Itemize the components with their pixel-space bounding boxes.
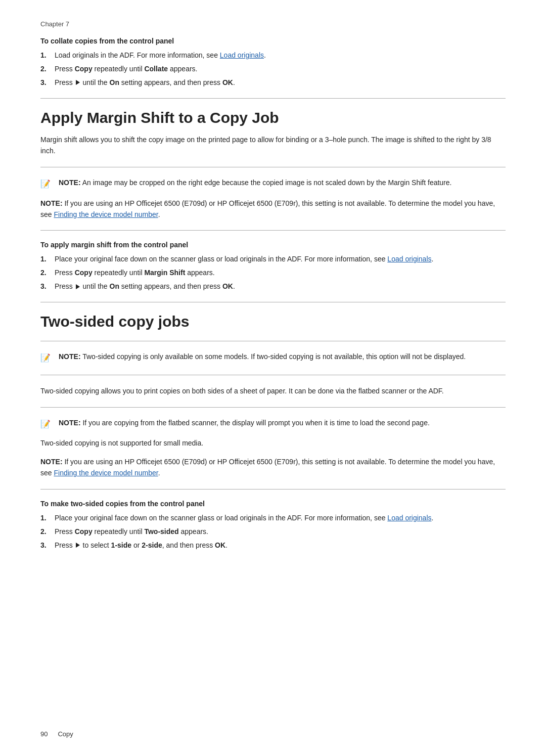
chapter-label: Chapter 7 bbox=[40, 20, 506, 28]
page-footer: 90 Copy bbox=[40, 730, 506, 738]
step-text: Press Copy repeatedly until Collate appe… bbox=[55, 64, 197, 74]
note-icon-3: 📝 bbox=[40, 418, 59, 431]
margin-shift-subheading: To apply margin shift from the control p… bbox=[40, 241, 506, 249]
two-sided-note-2: 📝 NOTE: If you are copying from the flat… bbox=[40, 418, 506, 431]
margin-shift-note-1: 📝 NOTE: An image may be cropped on the r… bbox=[40, 177, 506, 191]
step-num: 3. bbox=[40, 540, 55, 551]
margin-step-3: 3. Press until the On setting appears, a… bbox=[40, 281, 506, 292]
step-num: 1. bbox=[40, 254, 55, 264]
step-num: 2. bbox=[40, 268, 55, 278]
step-text: Press to select 1-side or 2-side, and th… bbox=[55, 540, 228, 551]
note-text-1: NOTE: An image may be cropped on the rig… bbox=[59, 177, 451, 189]
footer-page-number: 90 bbox=[40, 730, 48, 738]
divider-1 bbox=[40, 98, 506, 99]
page-content: Chapter 7 To collate copies from the con… bbox=[0, 0, 546, 587]
footer-chapter-name: Copy bbox=[58, 730, 73, 738]
step-text: Load originals in the ADF. For more info… bbox=[55, 50, 266, 61]
step-num: 2. bbox=[40, 526, 55, 537]
divider-6 bbox=[40, 375, 506, 375]
step-num: 1. bbox=[40, 50, 55, 61]
two-sided-subheading: To make two-sided copies from the contro… bbox=[40, 500, 506, 508]
small-media-note: Two-sided copying is not supported for s… bbox=[40, 437, 506, 449]
collate-steps: 1. Load originals in the ADF. For more i… bbox=[40, 50, 506, 88]
step-num: 3. bbox=[40, 77, 55, 88]
margin-shift-title: Apply Margin Shift to a Copy Job bbox=[40, 109, 506, 127]
arrow-icon bbox=[76, 543, 80, 548]
two-sided-title: Two-sided copy jobs bbox=[40, 313, 506, 331]
collate-step-3: 3. Press until the On setting appears, a… bbox=[40, 77, 506, 88]
finding-device-link-2[interactable]: Finding the device model number bbox=[54, 469, 158, 477]
collate-step-2: 2. Press Copy repeatedly until Collate a… bbox=[40, 64, 506, 74]
finding-device-link-1[interactable]: Finding the device model number bbox=[54, 210, 158, 218]
note-text-3: NOTE: If you are copying from the flatbe… bbox=[59, 418, 430, 429]
two-sided-note-1: 📝 NOTE: Two-sided copying is only availa… bbox=[40, 351, 506, 365]
divider-2 bbox=[40, 167, 506, 167]
divider-8 bbox=[40, 489, 506, 490]
margin-shift-intro: Margin shift allows you to shift the cop… bbox=[40, 134, 506, 157]
step-text: Press until the On setting appears, and … bbox=[55, 281, 235, 292]
margin-step-1: 1. Place your original face down on the … bbox=[40, 254, 506, 264]
divider-7 bbox=[40, 407, 506, 408]
arrow-icon bbox=[76, 284, 80, 289]
divider-5 bbox=[40, 341, 506, 341]
divider-3 bbox=[40, 230, 506, 231]
load-originals-link-3[interactable]: Load originals bbox=[387, 514, 431, 522]
load-originals-link-1[interactable]: Load originals bbox=[220, 51, 264, 59]
step-text: Place your original face down on the sca… bbox=[55, 513, 433, 523]
divider-4 bbox=[40, 302, 506, 302]
collate-step-1: 1. Load originals in the ADF. For more i… bbox=[40, 50, 506, 61]
step-num: 2. bbox=[40, 64, 55, 74]
two-sided-note-3: NOTE: If you are using an HP Officejet 6… bbox=[40, 456, 506, 479]
two-sided-intro: Two-sided copying allows you to print co… bbox=[40, 385, 506, 396]
collate-heading: To collate copies from the control panel bbox=[40, 37, 506, 45]
arrow-icon bbox=[76, 80, 80, 85]
step-text: Press Copy repeatedly until Margin Shift… bbox=[55, 268, 215, 278]
margin-shift-note-2: NOTE: If you are using an HP Officejet 6… bbox=[40, 198, 506, 220]
load-originals-link-2[interactable]: Load originals bbox=[387, 255, 431, 263]
margin-step-2: 2. Press Copy repeatedly until Margin Sh… bbox=[40, 268, 506, 278]
note-text-2: NOTE: Two-sided copying is only availabl… bbox=[59, 351, 466, 363]
margin-shift-steps: 1. Place your original face down on the … bbox=[40, 254, 506, 292]
step-text: Press until the On setting appears, and … bbox=[55, 77, 235, 88]
step-text: Place your original face down on the sca… bbox=[55, 254, 433, 264]
two-sided-step-3: 3. Press to select 1-side or 2-side, and… bbox=[40, 540, 506, 551]
two-sided-step-2: 2. Press Copy repeatedly until Two-sided… bbox=[40, 526, 506, 537]
step-num: 1. bbox=[40, 513, 55, 523]
step-num: 3. bbox=[40, 281, 55, 292]
two-sided-steps: 1. Place your original face down on the … bbox=[40, 513, 506, 551]
note-icon-2: 📝 bbox=[40, 352, 59, 365]
note-icon-1: 📝 bbox=[40, 178, 59, 191]
two-sided-step-1: 1. Place your original face down on the … bbox=[40, 513, 506, 523]
step-text: Press Copy repeatedly until Two-sided ap… bbox=[55, 526, 208, 537]
